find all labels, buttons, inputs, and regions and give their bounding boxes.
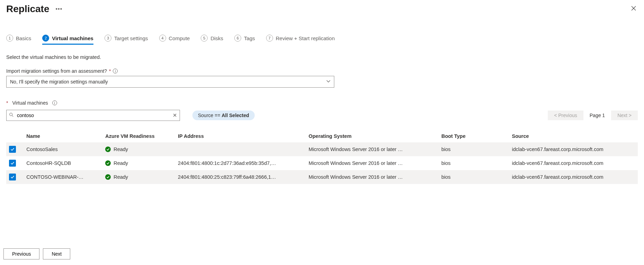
tab-target-settings[interactable]: 3 Target settings (105, 35, 148, 45)
cell-boot: bios (438, 170, 509, 184)
source-filter-pill[interactable]: Source == All Selected (192, 111, 255, 120)
cell-source: idclab-vcen67.fareast.corp.microsoft.com (509, 170, 638, 184)
cell-ip (175, 142, 306, 156)
vm-table: Name Azure VM Readiness IP Address Opera… (6, 130, 638, 184)
wizard-tabs: 1 Basics 2 Virtual machines 3 Target set… (6, 35, 638, 45)
import-settings-label: Import migration settings from an assess… (6, 68, 107, 74)
col-boot[interactable]: Boot Type (438, 130, 509, 142)
tab-compute[interactable]: 4 Compute (159, 35, 190, 45)
cell-ip: 2404:f801:4800:1c:2d77:36ad:e95b:35d7,… (175, 156, 306, 170)
clear-search-button[interactable]: ✕ (173, 112, 177, 118)
row-checkbox[interactable] (9, 174, 16, 180)
cell-readiness: Ready (114, 160, 128, 166)
tab-review-start[interactable]: 7 Review + Start replication (266, 35, 335, 45)
tab-tags[interactable]: 6 Tags (234, 35, 255, 45)
required-star: * (6, 100, 8, 106)
cell-name: CONTOSO-WEBINAR-… (24, 170, 102, 184)
cell-readiness: Ready (114, 147, 128, 152)
cell-boot: bios (438, 156, 509, 170)
row-checkbox[interactable] (9, 146, 16, 153)
import-settings-value: No, I'll specify the migration settings … (10, 79, 108, 85)
cell-os: Microsoft Windows Server 2016 or later … (306, 170, 439, 184)
table-row[interactable]: ContosoSales Ready Microsoft Windows Ser… (6, 142, 638, 156)
required-star: * (109, 68, 111, 74)
cell-os: Microsoft Windows Server 2016 or later … (306, 156, 439, 170)
import-settings-dropdown[interactable]: No, I'll specify the migration settings … (6, 76, 334, 88)
instruction-text: Select the virtual machines to be migrat… (6, 54, 638, 60)
cell-readiness: Ready (114, 174, 128, 180)
search-icon (9, 113, 14, 118)
info-icon[interactable]: i (113, 69, 118, 73)
cell-source: idclab-vcen67.fareast.corp.microsoft.com (509, 156, 638, 170)
close-icon (631, 4, 636, 13)
cell-os: Microsoft Windows Server 2016 or later … (306, 142, 439, 156)
row-checkbox[interactable] (9, 160, 16, 167)
tab-disks[interactable]: 5 Disks (201, 35, 223, 45)
cell-boot: bios (438, 142, 509, 156)
col-ip[interactable]: IP Address (175, 130, 306, 142)
filter-prefix: Source == (198, 113, 220, 118)
close-button[interactable] (631, 4, 636, 13)
table-row[interactable]: CONTOSO-WEBINAR-… Ready 2404:f801:4800:2… (6, 170, 638, 184)
vm-section-label: Virtual machines (12, 100, 48, 106)
cell-name: ContosoSales (24, 142, 102, 156)
check-circle-icon (105, 147, 111, 152)
pager-page-label: Page 1 (590, 113, 605, 118)
more-icon[interactable]: ••• (56, 6, 63, 12)
check-circle-icon (105, 160, 111, 166)
vm-search-input[interactable] (6, 110, 180, 121)
pager-next-button[interactable]: Next > (611, 111, 638, 120)
tab-basics[interactable]: 1 Basics (6, 35, 31, 45)
svg-point-0 (10, 113, 12, 116)
pager-previous-button[interactable]: < Previous (548, 111, 583, 120)
page-title: Replicate (6, 3, 49, 15)
filter-value: All Selected (222, 113, 249, 118)
col-readiness[interactable]: Azure VM Readiness (102, 130, 175, 142)
table-row[interactable]: ContosoHR-SQLDB Ready 2404:f801:4800:1c:… (6, 156, 638, 170)
check-circle-icon (105, 174, 111, 180)
col-os[interactable]: Operating System (306, 130, 439, 142)
cell-source: idclab-vcen67.fareast.corp.microsoft.com (509, 142, 638, 156)
chevron-down-icon (326, 79, 330, 85)
col-name[interactable]: Name (24, 130, 102, 142)
cell-ip: 2404:f801:4800:25:c823:79ff:6a48:2666,1… (175, 170, 306, 184)
close-icon: ✕ (173, 112, 177, 118)
col-source[interactable]: Source (509, 130, 638, 142)
info-icon[interactable]: i (52, 100, 57, 105)
tab-virtual-machines[interactable]: 2 Virtual machines (42, 35, 93, 45)
cell-name: ContosoHR-SQLDB (24, 156, 102, 170)
